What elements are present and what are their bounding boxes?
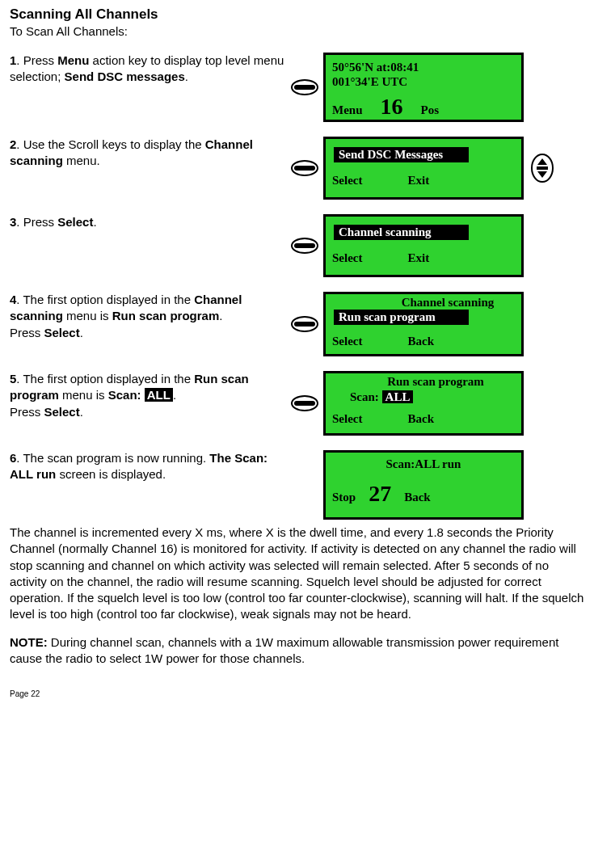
text: . The scan program is now running. xyxy=(16,451,209,465)
softkey-exit: Exit xyxy=(407,251,429,265)
text-inverted: ALL xyxy=(145,388,173,402)
softkey-back: Back xyxy=(404,491,431,504)
text: . xyxy=(185,70,188,83)
lcd-screen-5: Run scan program Scan: ALL Select Back xyxy=(323,371,524,436)
step-1-text: 1. Press Menu action key to display top … xyxy=(10,53,291,86)
menu-knob-icon xyxy=(291,238,318,254)
step-5-row: 5. The first option displayed in the Run… xyxy=(10,371,584,436)
step-6-row: 6. The scan program is now running. The … xyxy=(10,450,584,520)
text: . Use the Scroll keys to display the xyxy=(16,137,204,151)
screen-title: Run scan program xyxy=(332,375,515,389)
page-subtitle: To Scan All Channels: xyxy=(10,24,584,38)
step-2-text: 2. Use the Scroll keys to display the Ch… xyxy=(10,137,291,170)
menu-knob-icon xyxy=(291,79,318,95)
note-text: During channel scan, channels with a 1W … xyxy=(10,635,558,665)
text: menu is xyxy=(59,388,108,402)
text: Select xyxy=(57,215,93,229)
text: Select xyxy=(44,405,80,419)
step-1-row: 1. Press Menu action key to display top … xyxy=(10,53,584,122)
softkey-back: Back xyxy=(407,335,434,348)
scan-value-highlighted: ALL xyxy=(382,390,414,403)
text: Send DSC messages xyxy=(65,70,185,83)
softkey-stop: Stop xyxy=(332,491,356,504)
menu-knob-icon xyxy=(291,160,318,176)
channel-number: 16 xyxy=(381,95,403,118)
step-2-row: 2. Use the Scroll keys to display the Ch… xyxy=(10,137,584,200)
softkey-pos: Pos xyxy=(421,103,440,117)
lcd-screen-4: Channel scanning Run scan program Select… xyxy=(323,292,524,356)
menu-knob-icon xyxy=(291,316,318,332)
text: menu. xyxy=(63,154,100,167)
step-3-row: 3. Press Select. Channel scanning Select… xyxy=(10,214,584,277)
softkey-select: Select xyxy=(332,412,362,426)
softkey-select: Select xyxy=(332,251,362,265)
text: . xyxy=(173,388,176,402)
menu-item-highlighted: Send DSC Messages xyxy=(334,147,469,162)
step-5-text: 5. The first option displayed in the Run… xyxy=(10,371,291,420)
text: . xyxy=(80,405,83,419)
lcd-screen-6: Scan:ALL run Stop 27 Back xyxy=(323,450,524,520)
scroll-knob-icon xyxy=(529,154,556,183)
text: screen is displayed. xyxy=(56,467,166,481)
text: Press xyxy=(10,326,44,339)
text: Run scan program xyxy=(112,309,220,322)
text: Select xyxy=(44,326,80,339)
text: Menu xyxy=(57,53,89,67)
lcd-screen-2: Send DSC Messages Select Exit xyxy=(323,137,524,200)
screen-line: 001°34'E UTC xyxy=(332,74,515,89)
text: . Press xyxy=(16,215,57,229)
text: . xyxy=(80,326,83,339)
text: menu is xyxy=(63,309,112,322)
screen-title: Channel scanning xyxy=(332,296,515,310)
lcd-screen-3: Channel scanning Select Exit xyxy=(323,214,524,277)
note-label: NOTE: xyxy=(10,635,48,649)
menu-item-highlighted: Run scan program xyxy=(334,310,469,325)
text: . Press xyxy=(16,53,57,67)
screen-line: 50°56'N at:08:41 xyxy=(332,60,515,74)
text: . The first option displayed in the xyxy=(16,293,194,306)
screen-title: Scan:ALL run xyxy=(332,457,515,471)
page-title: Scanning All Channels xyxy=(10,6,584,23)
text: . xyxy=(93,215,96,229)
text: Press xyxy=(10,405,44,419)
text: . The first option displayed in the xyxy=(16,372,194,386)
softkey-select: Select xyxy=(332,335,362,348)
lcd-screen-1: 50°56'N at:08:41 001°34'E UTC Menu 16 Po… xyxy=(323,53,524,122)
step-6-text: 6. The scan program is now running. The … xyxy=(10,450,291,483)
page-number: Page 22 xyxy=(10,689,584,698)
softkey-exit: Exit xyxy=(407,174,429,188)
menu-knob-icon xyxy=(291,395,318,411)
menu-item-highlighted: Channel scanning xyxy=(334,225,469,240)
text: . xyxy=(219,309,222,322)
scan-line: Scan: ALL xyxy=(350,390,515,404)
body-paragraph: The channel is incremented every X ms, w… xyxy=(10,525,584,623)
scan-label: Scan: xyxy=(350,390,382,403)
step-4-text: 4. The first option displayed in the Cha… xyxy=(10,292,291,341)
softkey-back: Back xyxy=(407,412,434,426)
step-4-row: 4. The first option displayed in the Cha… xyxy=(10,292,584,356)
softkey-menu: Menu xyxy=(332,103,363,117)
note-paragraph: NOTE: During channel scan, channels with… xyxy=(10,634,584,668)
softkey-select: Select xyxy=(332,174,362,188)
step-3-text: 3. Press Select. xyxy=(10,214,291,230)
text: Scan: xyxy=(108,388,145,402)
channel-number: 27 xyxy=(369,482,391,505)
